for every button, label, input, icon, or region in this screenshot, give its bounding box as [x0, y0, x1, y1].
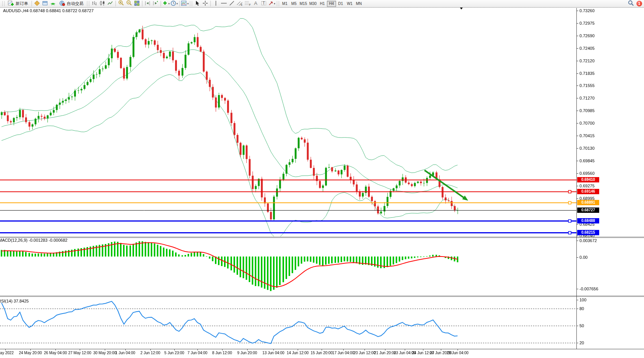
date-axis-label: 29 Jun 04:00: [447, 351, 469, 355]
macd-axis-label: -0.007656: [579, 287, 598, 291]
toolbar-drag-handle: [190, 1, 192, 6]
price-axis-label: 0.70415: [579, 133, 595, 138]
macd-label: MACD(12,26,9) -0.001283 -0.000682: [0, 238, 68, 242]
toolbar: 新订单自动交易▾▾▾EFAT▾M1M5M15M30H1H4D1W1MN1: [0, 0, 644, 8]
price-tag-0.68488: 0.68488: [577, 218, 599, 223]
crosshair-button[interactable]: [201, 0, 209, 7]
fibonacci-button[interactable]: F: [244, 0, 252, 7]
data-window-icon: [42, 0, 48, 7]
bar-chart-icon: [92, 0, 97, 7]
date-axis-label: 30 May 20:00: [93, 351, 117, 355]
vertical-line-button[interactable]: [212, 0, 220, 7]
data-window-button[interactable]: [41, 0, 49, 7]
timeframe-button-h1[interactable]: H1: [318, 1, 327, 7]
date-axis-label: 2 Jun 12:00: [140, 351, 160, 355]
date-axis-label: 20 Jun 12:00: [354, 351, 376, 355]
svg-text:A: A: [254, 0, 257, 6]
new-order-icon: [8, 0, 14, 7]
equidistant-channel-icon: E: [237, 0, 243, 7]
price-tag-0.68727: 0.68727: [577, 208, 599, 213]
date-axis-label: 13 Jun 04:00: [262, 351, 284, 355]
horizontal-line-button[interactable]: [220, 0, 228, 7]
date-axis-label: 14 Jun 12:00: [287, 351, 309, 355]
text-icon: A: [253, 0, 258, 7]
date-axis-label: 24 May 20:00: [19, 351, 42, 355]
equidistant-channel-button[interactable]: E: [236, 0, 244, 7]
timeframe-button-m1[interactable]: M1: [280, 1, 289, 7]
cursor-button[interactable]: [193, 0, 201, 7]
search-icon: [628, 0, 634, 8]
svg-text:F: F: [249, 3, 251, 6]
trendline-button[interactable]: [228, 0, 236, 7]
signal-button[interactable]: [49, 0, 57, 7]
line-chart-button[interactable]: [106, 0, 114, 7]
chart-shift-button[interactable]: [144, 0, 152, 7]
zoom-out-button[interactable]: [125, 0, 133, 7]
price-axis-label: 0.72975: [579, 21, 595, 25]
price-axis-label: 0.69275: [579, 184, 595, 188]
date-axis-label: 15 Jun 20:00: [311, 351, 333, 355]
profile-button[interactable]: [33, 0, 41, 7]
toolbar-separator: [115, 1, 116, 6]
candlestick-chart-button[interactable]: [98, 0, 106, 7]
date-axis-label: May 2022: [0, 351, 14, 355]
svg-text:E: E: [241, 3, 243, 6]
tile-windows-button[interactable]: [133, 0, 141, 7]
price-tag-0.68215: 0.68215: [577, 230, 599, 235]
rsi-axis-label: 50: [579, 323, 584, 328]
timeframe-button-w1[interactable]: W1: [345, 1, 354, 7]
new-order-button[interactable]: 新订单: [6, 0, 30, 7]
auto-trading-button[interactable]: 自动交易: [57, 0, 86, 7]
template-chart-button[interactable]: ▾: [181, 0, 189, 7]
bar-chart-button[interactable]: [90, 0, 98, 7]
date-axis-label: 8 Jun 12:00: [212, 351, 232, 355]
text-button[interactable]: A: [252, 0, 260, 7]
price-axis-label: 0.71270: [579, 96, 595, 100]
auto-scroll-icon: [153, 0, 158, 7]
auto-trading-globe-icon: [59, 0, 65, 7]
toolbar-separator: [142, 1, 142, 6]
date-axis-label: 9 Jun 20:00: [237, 351, 257, 355]
chevron-down-icon: ▾: [168, 2, 170, 5]
rsi-axis-label: 20: [579, 341, 584, 345]
add-indicator-button[interactable]: ▾: [162, 0, 170, 7]
period-clock-icon: [170, 0, 176, 7]
toolbar-separator: [210, 1, 211, 6]
timeframe-button-mn[interactable]: MN: [354, 1, 363, 7]
price-tag-0.69410: 0.69410: [577, 177, 599, 182]
cursor-icon: [195, 0, 200, 7]
date-axis-label: 21 Jun 20:00: [374, 351, 396, 355]
rsi-label: RSI(14) 37.8425: [0, 299, 29, 303]
period-clock-button[interactable]: ▾: [170, 0, 178, 7]
trendline-icon: [229, 0, 235, 7]
search-button[interactable]: [627, 0, 635, 7]
text-label-button[interactable]: T: [260, 0, 268, 7]
date-axis-label: 1 Jun 04:00: [115, 351, 135, 355]
macd-axis-label: 0.00: [579, 255, 587, 260]
arrows-button[interactable]: ▾: [268, 0, 276, 7]
profile-icon: [34, 0, 40, 7]
rsi-axis-label: 100: [579, 298, 586, 302]
text-label-icon: T: [261, 0, 267, 7]
zoom-in-button[interactable]: [117, 0, 125, 7]
price-axis-label: 0.70700: [579, 121, 595, 125]
timeframe-button-d1[interactable]: D1: [336, 1, 345, 7]
toolbar-separator: [161, 1, 161, 6]
vertical-line-icon: [214, 0, 218, 7]
arrows-icon: [268, 0, 273, 7]
chevron-down-icon: ▾: [177, 2, 178, 5]
toolbar-separator: [179, 1, 180, 6]
notification-badge[interactable]: 1: [636, 1, 642, 6]
timeframe-button-h4[interactable]: H4: [327, 1, 336, 7]
chart-canvas[interactable]: [0, 0, 644, 358]
signal-icon: [50, 0, 56, 7]
rsi-axis-label: 80: [579, 306, 584, 311]
fibonacci-icon: F: [245, 0, 251, 7]
timeframe-button-m5[interactable]: M5: [289, 1, 298, 7]
price-axis-label: 0.72690: [579, 33, 595, 38]
timeframe-button-m15[interactable]: M15: [298, 1, 308, 7]
candlestick-chart-icon: [99, 0, 105, 7]
auto-scroll-button[interactable]: [152, 0, 159, 7]
template-chart-icon: [181, 0, 187, 7]
timeframe-button-m30[interactable]: M30: [308, 1, 317, 7]
